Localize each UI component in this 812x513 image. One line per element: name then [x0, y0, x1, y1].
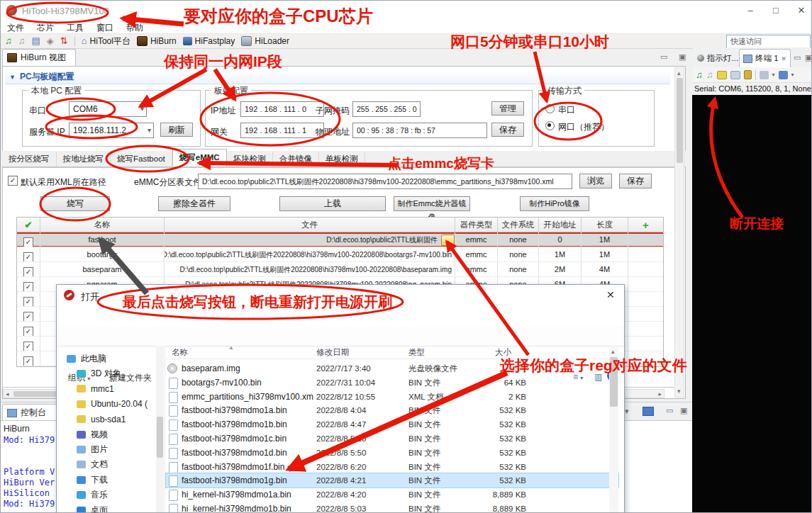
sidebar-item-mmc1[interactable]: mmc1	[77, 382, 114, 396]
config-icon[interactable]: ▤	[32, 36, 40, 46]
close-button[interactable]: ✕	[789, 1, 812, 21]
radio-network[interactable]	[545, 121, 555, 130]
tab-indicator-lights[interactable]: 指示灯...	[694, 49, 742, 67]
manage-button[interactable]: 管理	[491, 101, 524, 115]
tab-merge-image[interactable]: 合并镜像	[273, 152, 319, 167]
sidebar-item-usb-sda1[interactable]: usb-sda1	[77, 412, 126, 427]
chevron-down-icon[interactable]: ▾	[772, 70, 775, 80]
toolbar-link-hifastplay[interactable]: HiFastplay	[183, 36, 235, 46]
file-row[interactable]: fastboot-hi3798mdmo1f.bin2022/8/8 6:20BI…	[166, 460, 618, 474]
scroll-thumb[interactable]	[157, 417, 163, 458]
server-ip-select[interactable]: 192.168.111.2 ▾	[69, 123, 154, 138]
tab-badblock-check[interactable]: 坏块检测	[227, 152, 273, 167]
tab-burn-fastboot[interactable]: 烧写Fastboot	[111, 152, 172, 167]
row-checkbox[interactable]: ✓	[23, 297, 33, 307]
maximize-console-icon[interactable]: ▣	[680, 406, 687, 415]
terminal-connect-icon[interactable]: ♫	[696, 70, 703, 80]
dialog-close-icon[interactable]: ✕	[606, 289, 615, 300]
terminal-screen[interactable]	[692, 95, 812, 513]
tab-burn-by-address[interactable]: 按地址烧写	[57, 152, 111, 167]
chevron-down-icon[interactable]: ▾	[625, 407, 629, 416]
row-checkbox[interactable]: ✓	[23, 342, 33, 351]
save-xml-button[interactable]: 保存	[619, 174, 652, 188]
tab-burn-emmc[interactable]: 烧写eMMC	[172, 149, 227, 167]
toolbar-link-hiburn[interactable]: HiBurn	[137, 36, 177, 46]
maximize-button[interactable]: □	[764, 1, 788, 21]
partition-table-path-input[interactable]: D:\dl.ecoo.top\public2\TTL线刷固件20220808\h…	[198, 174, 572, 189]
header-file[interactable]: 文件	[165, 218, 455, 232]
maximize-panel-icon[interactable]: ▣	[805, 53, 812, 62]
row-checkbox[interactable]: ✓	[23, 356, 33, 366]
file-row[interactable]: fastboot-hi3798mdmo1b.bin2022/8/8 4:47BI…	[166, 417, 618, 432]
header-check[interactable]: ✔	[17, 218, 40, 232]
browse-button[interactable]: 浏览	[579, 174, 612, 188]
scroll-right-icon[interactable]: ▸	[658, 390, 662, 398]
toolbar-link-hiloader[interactable]: HiLoader	[241, 36, 289, 46]
row-checkbox[interactable]: ✓	[23, 282, 33, 292]
erase-all-button[interactable]: 擦除全器件	[158, 196, 230, 211]
toolbar-link-hitool[interactable]: ⌂ HiTool平台	[82, 35, 130, 47]
table-row[interactable]: ✓fastbootD:\dl.ecoo.top\public2\TTL线刷固件e…	[17, 232, 663, 247]
connect-icon[interactable]: ♫	[5, 36, 12, 46]
settings-icon[interactable]	[760, 71, 769, 79]
upload-button[interactable]: 上载	[279, 196, 386, 211]
radio-serial[interactable]	[545, 104, 555, 113]
row-checkbox[interactable]: ✓	[23, 267, 33, 277]
file-row[interactable]: baseparam.img2022/7/17 3:40光盘映像文件	[166, 361, 618, 376]
table-row[interactable]: ✓baseparamD:\dl.ecoo.top\public2\TTL线刷固件…	[17, 262, 663, 277]
new-terminal-icon[interactable]	[779, 71, 788, 79]
header-name[interactable]: 名称	[40, 218, 165, 232]
save-board-button[interactable]: 保存	[491, 123, 524, 137]
serial-port-select[interactable]: COM6 ▾	[69, 101, 147, 117]
sidebar-item-documents[interactable]: 文档	[77, 458, 108, 472]
make-hipro-image-button[interactable]: 制作HiPro镜像	[520, 196, 589, 211]
file-row[interactable]: fastboot-hi3798mdmo1g.bin2022/8/8 4:21BI…	[166, 473, 618, 487]
remote-icon[interactable]: ◈	[47, 36, 54, 46]
row-checkbox[interactable]: ✓	[23, 252, 33, 262]
tab-board-check[interactable]: 单板检测	[319, 152, 365, 167]
transfer-icon[interactable]: ⇅	[60, 36, 68, 46]
row-checkbox[interactable]: ✓	[23, 327, 33, 337]
scroll-thumb[interactable]	[610, 357, 618, 407]
file-row[interactable]: bootargs7-mv100.bin2022/7/31 10:04BIN 文件…	[166, 376, 618, 390]
file-row[interactable]: fastboot-hi3798mdmo1a.bin2022/8/8 4:04BI…	[166, 403, 618, 417]
header-add[interactable]: +	[628, 218, 663, 232]
board-ip-input[interactable]: 192 . 168 . 111 . 0	[240, 101, 324, 117]
maximize-view-icon[interactable]: ▣	[679, 52, 686, 62]
file-row[interactable]: hi_kernel-hi3798mdmo1b.bin2022/8/8 5:03B…	[166, 502, 618, 513]
gateway-input[interactable]: 192 . 168 . 111 . 1	[240, 123, 324, 138]
sidebar-item-music[interactable]: 音乐	[77, 488, 108, 502]
tab-terminal-1[interactable]: 终端 1 ✕	[739, 49, 791, 67]
sidebar-item-3d-objects[interactable]: 3D 对象	[77, 366, 121, 380]
row-checkbox[interactable]: ✓	[23, 312, 33, 322]
refresh-button[interactable]: 刷新	[160, 123, 193, 137]
file-row[interactable]: hi_kernel-hi3798mdmo1a.bin2022/8/8 4:20B…	[166, 487, 618, 502]
close-tab-icon[interactable]: ✕	[782, 55, 787, 62]
header-filesystem[interactable]: 文件系统	[498, 218, 539, 232]
table-icon[interactable]	[717, 71, 727, 79]
sidebar-item-videos[interactable]: 视频	[77, 427, 108, 441]
subnet-mask-input[interactable]: 255 . 255 . 255 . 0	[352, 101, 421, 117]
tab-console[interactable]: 控制台	[2, 404, 57, 421]
sidebar-item-pictures[interactable]: 图片	[77, 442, 108, 456]
mac-address-input[interactable]: 00 : 95 : 38 : 78 : fb : 57	[352, 123, 487, 138]
xml-path-checkbox[interactable]: ✓	[8, 176, 18, 186]
scroll-up-icon[interactable]: ▴	[677, 69, 681, 77]
tab-hiburn-view[interactable]: HiBurn 视图	[2, 49, 76, 66]
scroll-thumb[interactable]	[677, 78, 683, 163]
file-row[interactable]: emmc_partitions_hi3798mv100.xml2022/8/12…	[166, 390, 618, 404]
sidebar-item-this-pc[interactable]: 此电脑	[67, 351, 106, 366]
browse-file-icon[interactable]	[441, 235, 455, 246]
file-list-scrollbar[interactable]: ▴	[609, 347, 618, 513]
chevron-down-icon[interactable]: ▾	[791, 70, 794, 80]
minimize-console-icon[interactable]: ▭	[666, 406, 673, 415]
disconnect-icon[interactable]: ♫	[18, 36, 26, 46]
sidebar-item-desktop[interactable]: 桌面	[77, 503, 108, 513]
table-row[interactable]: ✓bootargsD:\dl.ecoo.top\public2\TTL线刷固件2…	[17, 247, 663, 262]
minimize-button[interactable]: –	[738, 1, 762, 21]
quick-access-input[interactable]: 快速访问	[726, 35, 811, 48]
open-console-icon[interactable]	[643, 407, 654, 416]
vertical-scrollbar[interactable]: ▴ ▾	[674, 67, 684, 398]
lock-icon[interactable]	[744, 70, 752, 79]
copy-icon[interactable]	[730, 71, 740, 79]
